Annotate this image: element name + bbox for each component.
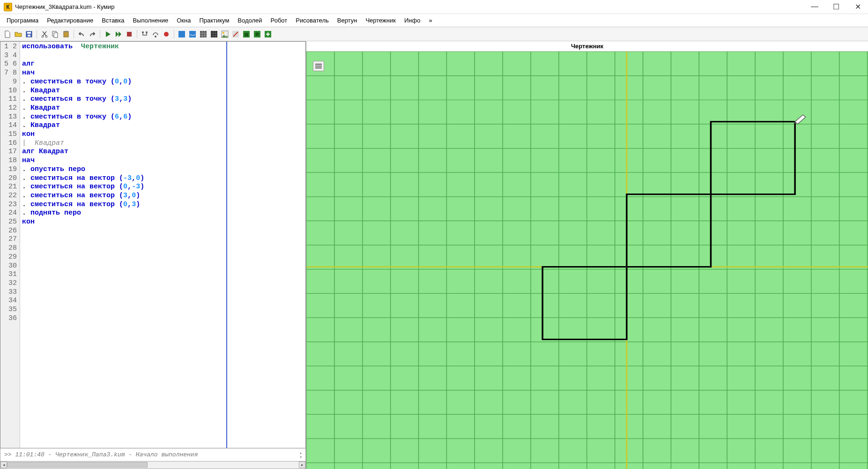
menu-item-11[interactable]: Инфо [401, 15, 424, 25]
svg-rect-9 [127, 32, 132, 37]
menu-item-1[interactable]: Редактирование [43, 15, 97, 25]
undo-icon[interactable] [77, 30, 86, 39]
maximize-button[interactable]: ☐ [830, 2, 843, 11]
svg-point-12 [155, 36, 156, 37]
menu-item-12[interactable]: » [425, 15, 436, 25]
paste-icon[interactable] [61, 30, 71, 39]
step-into-icon[interactable] [140, 30, 149, 39]
copy-icon[interactable] [51, 30, 60, 39]
status-bar: >> 11:01:48 - Чертежник_Папа3.kum - Нача… [0, 448, 306, 462]
menu-item-10[interactable]: Чертежник [362, 15, 400, 25]
menu-item-5[interactable]: Практикум [195, 15, 233, 25]
svg-point-19 [223, 32, 224, 34]
svg-point-10 [142, 31, 144, 33]
green-robot2-icon[interactable] [252, 30, 262, 39]
svg-rect-15 [189, 31, 196, 37]
scroll-left-icon[interactable]: ◂ [0, 462, 7, 468]
titlebar: К Чертежник_3Квадрата.kum - Кумир — ☐ ✕ [0, 0, 868, 14]
run-step-icon[interactable] [114, 30, 123, 39]
code-text[interactable]: использовать Чертежник алг нач . сместит… [20, 42, 227, 448]
menu-item-4[interactable]: Окна [173, 15, 194, 25]
svg-point-24 [255, 32, 259, 36]
app-icon: К [4, 3, 12, 11]
water-icon[interactable] [188, 30, 197, 39]
green-plus-icon[interactable] [263, 30, 273, 39]
menu-item-6[interactable]: Водолей [234, 15, 266, 25]
menu-item-9[interactable]: Вертун [334, 15, 361, 25]
svg-point-11 [146, 31, 148, 33]
line-number-gutter: 1 2 3 4 5 6 7 8 9 10 11 12 13 14 15 16 1… [0, 42, 20, 448]
cut-icon[interactable] [40, 30, 49, 39]
toolbar [0, 27, 868, 41]
scroll-right-icon[interactable]: ▸ [299, 462, 305, 468]
svg-rect-8 [65, 31, 67, 32]
drafter-pen-icon[interactable] [231, 30, 240, 39]
horizontal-scrollbar[interactable]: ◂ ▸ [0, 462, 306, 469]
open-file-icon[interactable] [14, 30, 23, 39]
menu-item-7[interactable]: Робот [267, 15, 291, 25]
grid-dark-icon[interactable] [209, 30, 219, 39]
run-icon[interactable] [103, 30, 112, 39]
svg-rect-6 [54, 33, 58, 37]
status-text: >> 11:01:48 - Чертежник_Папа3.kum - Нача… [4, 451, 198, 458]
code-right-margin [227, 42, 305, 448]
world-blue-icon[interactable] [177, 30, 186, 39]
menu-item-8[interactable]: Рисователь [292, 15, 332, 25]
code-area[interactable]: использовать Чертежник алг нач . сместит… [20, 42, 305, 448]
robot-grid-icon[interactable] [199, 30, 208, 39]
content-area: 1 2 3 4 5 6 7 8 9 10 11 12 13 14 15 16 1… [0, 41, 868, 469]
stop-icon[interactable] [125, 30, 134, 39]
breakpoint-icon[interactable] [162, 30, 171, 39]
svg-rect-1 [27, 32, 31, 34]
menu-item-0[interactable]: Программа [3, 15, 42, 25]
canvas[interactable] [306, 52, 868, 469]
green-robot1-icon[interactable] [242, 30, 251, 39]
status-scroll-arrows[interactable]: ▴▾ [299, 451, 302, 459]
redo-icon[interactable] [88, 30, 97, 39]
window-controls: — ☐ ✕ [808, 2, 864, 11]
drafter-canvas-svg [306, 52, 868, 469]
close-button[interactable]: ✕ [851, 2, 864, 11]
menubar: ПрограммаРедактированиеВставкаВыполнение… [0, 14, 868, 27]
scroll-thumb[interactable] [7, 462, 148, 468]
canvas-pane: Чертежник [306, 41, 868, 469]
editor[interactable]: 1 2 3 4 5 6 7 8 9 10 11 12 13 14 15 16 1… [0, 41, 306, 448]
svg-rect-17 [211, 31, 217, 37]
editor-pane: 1 2 3 4 5 6 7 8 9 10 11 12 13 14 15 16 1… [0, 41, 306, 469]
svg-rect-22 [245, 33, 248, 37]
menu-item-3[interactable]: Выполнение [129, 15, 172, 25]
minimize-button[interactable]: — [808, 2, 821, 11]
svg-point-13 [164, 32, 169, 37]
svg-rect-2 [28, 35, 30, 37]
svg-rect-14 [178, 31, 185, 37]
svg-rect-16 [200, 31, 207, 37]
menu-item-2[interactable]: Вставка [98, 15, 128, 25]
step-over-icon[interactable] [151, 30, 160, 39]
new-file-icon[interactable] [3, 30, 12, 39]
canvas-menu-button[interactable] [313, 61, 324, 71]
save-file-icon[interactable] [24, 30, 34, 39]
canvas-title: Чертежник [306, 41, 868, 52]
hamburger-icon [315, 66, 322, 67]
window-title: Чертежник_3Квадрата.kum - Кумир [15, 3, 808, 10]
image-icon[interactable] [220, 30, 230, 39]
